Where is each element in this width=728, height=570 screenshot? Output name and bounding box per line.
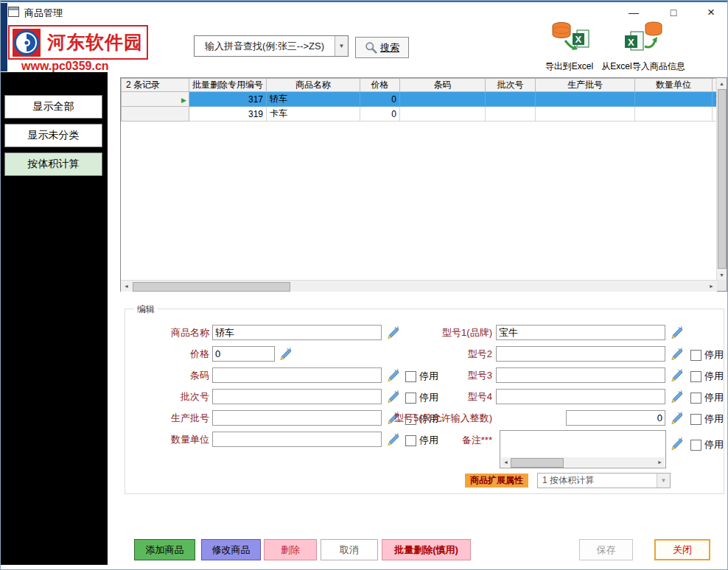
- export-excel-button[interactable]: X: [550, 21, 590, 60]
- pen-icon[interactable]: [670, 347, 685, 362]
- batch-no-label: 批次号: [133, 389, 209, 404]
- import-excel-button[interactable]: X: [622, 20, 663, 61]
- scroll-left-icon[interactable]: ◄: [501, 460, 511, 465]
- close-icon[interactable]: ×: [694, 1, 728, 23]
- table-cell[interactable]: [400, 107, 486, 122]
- stop-checkbox-group: 停用: [690, 391, 724, 404]
- sidebar-show-uncategorized-button[interactable]: 显示未分类: [4, 124, 102, 147]
- pen-icon[interactable]: [670, 326, 685, 340]
- sidebar-by-volume-button[interactable]: 按体积计算: [4, 152, 102, 176]
- table-row[interactable]: 319 卡车 0: [122, 107, 718, 122]
- column-header[interactable]: 批量删除专用编号: [189, 79, 267, 92]
- production-batch-input[interactable]: [212, 410, 382, 426]
- record-count-header[interactable]: 2 条记录: [122, 79, 189, 92]
- table-cell[interactable]: [486, 92, 536, 107]
- model2-label: 型号2: [374, 346, 492, 362]
- table-cell[interactable]: [635, 107, 713, 122]
- table-cell[interactable]: [486, 107, 536, 122]
- stop-checkbox[interactable]: [690, 371, 701, 382]
- stop-checkbox[interactable]: [690, 350, 701, 361]
- add-product-button[interactable]: 添加商品: [134, 539, 195, 560]
- column-header[interactable]: 批次号: [486, 79, 536, 92]
- stop-checkbox[interactable]: [690, 414, 701, 425]
- table-hscrollbar[interactable]: ◄ ►: [121, 280, 717, 292]
- column-header[interactable]: 商品名称: [267, 79, 360, 92]
- barcode-input[interactable]: [212, 367, 382, 383]
- dropdown-arrow-icon[interactable]: ▼: [657, 474, 670, 488]
- stop-checkbox-group: 停用: [690, 348, 724, 362]
- memo-scroll-thumb[interactable]: [511, 458, 564, 468]
- excel-import-icon: X: [622, 20, 663, 58]
- product-name-input[interactable]: [212, 325, 382, 340]
- model2-input[interactable]: [496, 346, 665, 362]
- stop-checkbox[interactable]: [690, 393, 701, 404]
- column-header[interactable]: 条码: [400, 79, 486, 92]
- unit-label: 数量单位: [133, 432, 209, 447]
- remarks-label: 备注***: [374, 432, 492, 448]
- model3-input[interactable]: [496, 367, 665, 383]
- search-input[interactable]: [195, 36, 335, 56]
- pen-icon[interactable]: [279, 347, 293, 362]
- search-button[interactable]: 搜索: [355, 37, 409, 58]
- save-button[interactable]: 保存: [579, 539, 633, 560]
- memo-scrollbar[interactable]: ◄ ►: [501, 457, 665, 467]
- app-window: 商品管理 — □ × 河东软件园 www.pc0359.cn ▼ 搜索 X: [0, 0, 728, 570]
- memo-scroll-track[interactable]: [511, 457, 655, 467]
- column-header[interactable]: 生产批号: [536, 79, 635, 92]
- stop-checkbox[interactable]: [690, 440, 701, 451]
- edit-group-label: 编辑: [134, 303, 158, 316]
- window-icon: [8, 7, 19, 17]
- table-cell[interactable]: [536, 107, 635, 122]
- remarks-textarea[interactable]: ◄ ►: [500, 430, 666, 468]
- column-header[interactable]: 价格: [360, 79, 400, 92]
- table-cell[interactable]: 0: [360, 107, 400, 122]
- site-url: www.pc0359.cn: [21, 60, 109, 73]
- current-row-icon: ▶: [181, 96, 186, 104]
- site-name: 河东软件园: [47, 30, 143, 54]
- model4-input[interactable]: [496, 389, 665, 404]
- logo-accent-bar: [1, 3, 7, 71]
- column-header[interactable]: 数量单位: [635, 79, 713, 92]
- table-row[interactable]: ▶ 317 轿车 0 宝牛: [122, 92, 718, 107]
- table-cell[interactable]: 317: [189, 92, 267, 107]
- close-button[interactable]: 关闭: [654, 539, 710, 560]
- dropdown-arrow-icon[interactable]: ▼: [335, 36, 348, 56]
- table-cell[interactable]: [635, 92, 713, 107]
- unit-input[interactable]: [212, 432, 382, 447]
- table-cell[interactable]: [536, 92, 635, 107]
- stop-label: 停用: [704, 391, 724, 404]
- sidebar-show-all-button[interactable]: 显示全部: [4, 95, 102, 119]
- row-header[interactable]: [122, 107, 189, 122]
- pen-icon[interactable]: [670, 390, 685, 404]
- pen-icon[interactable]: [670, 411, 685, 426]
- scroll-right-icon[interactable]: ►: [706, 281, 717, 291]
- model5-input[interactable]: [566, 410, 665, 426]
- import-excel-label[interactable]: 从Excel导入商品信息: [588, 60, 699, 73]
- table-vscrollbar[interactable]: ▲ ▼: [716, 78, 727, 280]
- hscroll-thumb[interactable]: [133, 282, 290, 292]
- scroll-right-icon[interactable]: ►: [655, 460, 665, 465]
- cancel-button[interactable]: 取消: [321, 539, 378, 560]
- vscroll-thumb[interactable]: [718, 89, 727, 269]
- table-cell[interactable]: 卡车: [267, 107, 360, 122]
- batch-no-input[interactable]: [212, 389, 382, 404]
- stop-label: 停用: [704, 438, 724, 451]
- model1-input[interactable]: [496, 325, 665, 340]
- scroll-down-icon[interactable]: ▼: [717, 270, 727, 280]
- table-cell[interactable]: [400, 92, 486, 107]
- scroll-left-icon[interactable]: ◄: [121, 281, 132, 291]
- ext-attr-label: 商品扩展属性: [465, 474, 528, 488]
- table-cell[interactable]: 319: [189, 107, 267, 122]
- table-cell[interactable]: 0: [360, 92, 400, 107]
- delete-button[interactable]: 删除: [264, 539, 317, 560]
- ext-attr-dropdown[interactable]: 1 按体积计算 ▼: [537, 473, 671, 488]
- table-cell[interactable]: 轿车: [267, 92, 360, 107]
- batch-delete-button[interactable]: 批量删除(慎用): [382, 539, 471, 560]
- modify-product-button[interactable]: 修改商品: [201, 539, 261, 560]
- pen-icon[interactable]: [670, 368, 685, 383]
- pen-icon[interactable]: [670, 437, 685, 451]
- stop-label: 停用: [704, 412, 724, 426]
- price-input[interactable]: [212, 346, 275, 362]
- row-header[interactable]: ▶: [122, 92, 189, 107]
- scroll-up-icon[interactable]: ▲: [717, 78, 727, 88]
